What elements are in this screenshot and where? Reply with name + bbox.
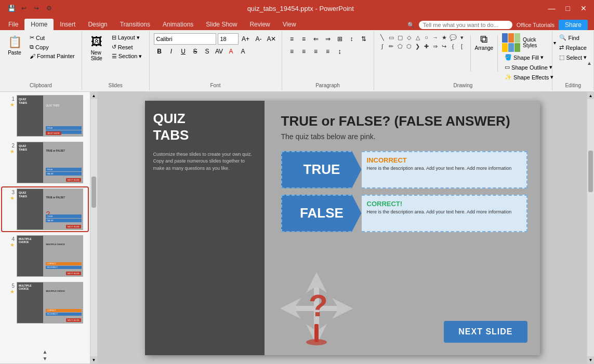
paste-button[interactable]: 📋 Paste — [4, 33, 25, 58]
shape-hexagon[interactable]: ⬡ — [405, 42, 413, 50]
select-button[interactable]: ⬚ Select ▾ — [557, 53, 589, 62]
shape-fill-button[interactable]: 🪣 Shape Fill ▾ — [502, 53, 556, 62]
shape-bracket[interactable]: [ — [458, 42, 466, 50]
paragraph-spacing-button[interactable]: ↨ — [334, 46, 346, 57]
strikethrough-button[interactable]: S — [190, 46, 201, 57]
section-button[interactable]: ☰ Section ▾ — [109, 52, 145, 61]
numbering-button[interactable]: ≡ — [298, 33, 310, 45]
panel-scroll-up[interactable]: ▲ — [43, 349, 48, 355]
arrange-button[interactable]: ⧉ Arrange — [475, 33, 494, 51]
maximize-button[interactable]: □ — [563, 3, 573, 14]
scroll-up-btn[interactable]: ▲ — [90, 92, 97, 99]
font-color-button[interactable]: A — [226, 46, 237, 57]
shape-block-arrow[interactable]: ⇒ — [431, 42, 440, 50]
tab-view[interactable]: View — [276, 19, 302, 30]
cut-button[interactable]: ✂ Cut — [27, 33, 77, 42]
next-slide-button[interactable]: NEXT SLIDE — [444, 321, 527, 343]
quick-styles-button[interactable]: Quick Styles ▾ — [502, 33, 556, 52]
slide-number-1: 1 — [7, 95, 15, 102]
redo-icon[interactable]: ↪ — [31, 3, 42, 14]
help-search-input[interactable] — [419, 21, 512, 29]
customize-icon[interactable]: ⚙ — [44, 3, 54, 14]
shape-curve[interactable]: ∫ — [378, 42, 387, 50]
slide-thumb-5[interactable]: 5 ★ MULTIPLECHOICE MULTIPLE CHOICE CORRE… — [2, 281, 88, 325]
undo-icon[interactable]: ↩ — [19, 3, 29, 14]
vscroll-thumb[interactable] — [588, 151, 593, 192]
slide-thumb-3[interactable]: 3 ★ QUIZTABS TRUE or FALSE? TRUE FALSE ?… — [2, 187, 88, 231]
close-button[interactable]: ✕ — [577, 3, 590, 14]
font-name-input[interactable] — [154, 33, 216, 45]
shape-outline-button[interactable]: ▭ Shape Outline ▾ — [502, 63, 556, 72]
format-painter-button[interactable]: 🖌 Format Painter — [27, 52, 77, 60]
shape-freeform[interactable]: ✏ — [387, 42, 395, 50]
find-button[interactable]: 🔍 Find — [557, 33, 582, 42]
shape-rounded-rect[interactable]: ▢ — [396, 33, 404, 42]
answer-true-tab[interactable]: TRUE — [281, 151, 362, 188]
minimize-button[interactable]: — — [545, 3, 559, 14]
tab-design[interactable]: Design — [82, 19, 113, 30]
tab-review[interactable]: Review — [243, 19, 276, 30]
tab-home[interactable]: Home — [24, 19, 54, 30]
share-button[interactable]: Share — [559, 20, 588, 30]
tab-slideshow[interactable]: Slide Show — [200, 19, 243, 30]
shape-pentagon[interactable]: ⬠ — [396, 42, 404, 50]
clipboard-label: Clipboard — [4, 82, 77, 88]
tab-file[interactable]: File — [2, 19, 24, 30]
decrease-font-button[interactable]: A- — [253, 33, 265, 45]
bullets-button[interactable]: ≡ — [286, 33, 298, 45]
bold-button[interactable]: B — [154, 46, 165, 57]
scroll-thumb[interactable] — [91, 177, 96, 208]
shape-triangle[interactable]: △ — [414, 33, 422, 42]
text-direction-button[interactable]: ⇅ — [358, 33, 369, 45]
shape-chevron[interactable]: ❯ — [414, 42, 422, 50]
italic-button[interactable]: I — [166, 46, 177, 57]
align-right-button[interactable]: ≡ — [310, 46, 322, 57]
char-spacing-button[interactable]: AV — [214, 46, 225, 57]
font-size-input[interactable] — [218, 33, 239, 45]
align-center-button[interactable]: ≡ — [298, 46, 310, 57]
replace-button[interactable]: ⇄ Replace — [557, 43, 589, 52]
shape-line[interactable]: ╲ — [378, 33, 387, 42]
vscroll-down[interactable]: ▼ — [587, 356, 594, 363]
decrease-indent-button[interactable]: ⇐ — [310, 33, 322, 45]
shape-star[interactable]: ★ — [440, 33, 448, 42]
text-highlight-button[interactable]: A — [237, 46, 249, 57]
save-icon[interactable]: 💾 — [6, 3, 17, 14]
help-search-icon[interactable]: 🔍 — [407, 22, 415, 29]
shape-callout[interactable]: 💬 — [449, 33, 457, 42]
shape-plus[interactable]: ✚ — [423, 42, 431, 50]
reset-button[interactable]: ↺ Reset — [109, 43, 145, 51]
tab-animations[interactable]: Animations — [156, 19, 200, 30]
slide-thumb-2[interactable]: 2 ★ QUIZTABS TRUE or FALSE? TRUE FALSE N… — [2, 141, 88, 184]
shape-ellipse[interactable]: ○ — [423, 33, 431, 42]
shape-diamond[interactable]: ◇ — [405, 33, 413, 42]
clear-format-button[interactable]: A✕ — [266, 33, 278, 45]
tab-insert[interactable]: Insert — [54, 19, 82, 30]
shape-effects-button[interactable]: ✨ Shape Effects ▾ — [502, 73, 556, 82]
slide-thumb-1[interactable]: 1 ★ QUIZTABS QUIZ TABS TRUE FALSE NEXT S… — [2, 94, 88, 138]
increase-font-button[interactable]: A+ — [240, 33, 252, 45]
line-spacing-button[interactable]: ↕ — [346, 33, 358, 45]
scroll-down-btn[interactable]: ▼ — [90, 356, 97, 363]
shape-rect[interactable]: ▭ — [387, 33, 395, 42]
vscroll-up[interactable]: ▲ — [587, 92, 594, 99]
copy-button[interactable]: ⧉ Copy — [27, 43, 77, 51]
new-slide-button[interactable]: 🖼 NewSlide — [86, 33, 107, 63]
shape-brace[interactable]: { — [449, 42, 457, 50]
layout-button[interactable]: ⊟ Layout ▾ — [109, 33, 145, 42]
shape-bend[interactable]: ↪ — [440, 42, 448, 50]
justify-button[interactable]: ≡ — [322, 46, 334, 57]
shape-arrow[interactable]: → — [431, 33, 440, 42]
ribbon-collapse-button[interactable]: ▲ — [587, 60, 592, 66]
answer-false-tab[interactable]: FALSE — [281, 195, 362, 232]
shadow-button[interactable]: S — [202, 46, 213, 57]
underline-button[interactable]: U — [178, 46, 189, 57]
office-tutorials-link[interactable]: Office Tutorials — [517, 22, 555, 28]
slide-thumb-4[interactable]: 4 ★ MULTIPLECHOICE MULTIPLE CHOICE CORRE… — [2, 234, 88, 278]
tab-transitions[interactable]: Transitions — [114, 19, 156, 30]
columns-button[interactable]: ⊞ — [334, 33, 346, 45]
increase-indent-button[interactable]: ⇒ — [322, 33, 334, 45]
panel-scroll-down[interactable]: ▼ — [43, 356, 48, 361]
shape-more[interactable]: ▾ — [458, 33, 466, 42]
align-left-button[interactable]: ≡ — [286, 46, 298, 57]
